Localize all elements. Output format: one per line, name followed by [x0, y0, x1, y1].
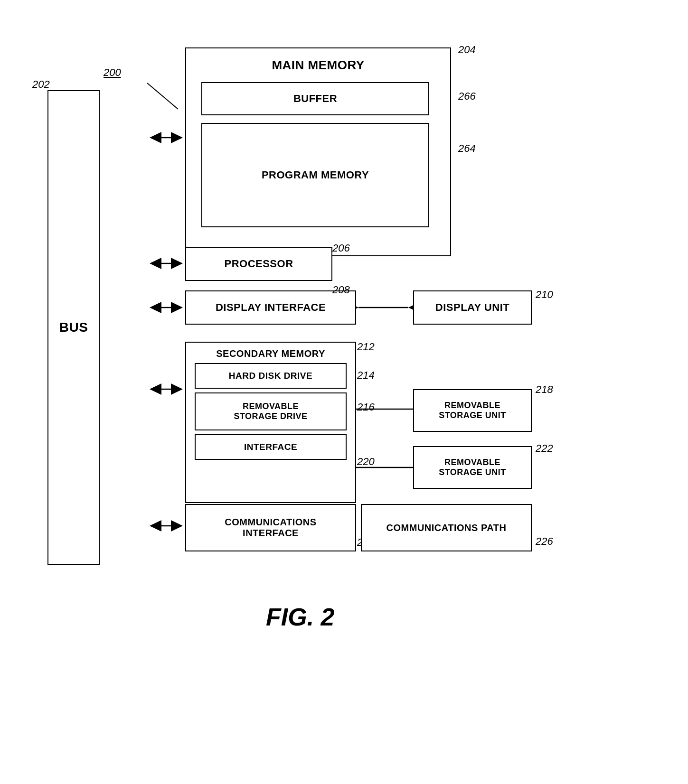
ref-204: 204	[458, 44, 476, 56]
ref-226: 226	[536, 535, 553, 548]
svg-marker-26	[171, 520, 183, 532]
interface-box: INTERFACE	[195, 434, 347, 460]
hard-disk-drive-box: HARD DISK DRIVE	[195, 363, 347, 389]
ref-212: 212	[357, 341, 375, 353]
bus-box: BUS	[47, 90, 100, 565]
svg-marker-16	[150, 383, 161, 395]
ref-206: 206	[332, 242, 350, 254]
ref-210: 210	[536, 289, 553, 301]
ref-264: 264	[458, 142, 476, 155]
program-memory-box: PROGRAM MEMORY	[201, 123, 429, 227]
ref-220: 220	[357, 456, 375, 468]
figure-label: FIG. 2	[266, 603, 334, 631]
ref-202: 202	[32, 78, 50, 91]
ref-216: 216	[357, 401, 375, 413]
buffer-box: BUFFER	[201, 82, 429, 115]
removable-storage-unit-1-box: REMOVABLE STORAGE UNIT	[413, 389, 532, 432]
secondary-memory-label: SECONDARY MEMORY	[190, 348, 351, 359]
processor-box: PROCESSOR	[185, 247, 332, 281]
svg-marker-11	[171, 302, 183, 313]
svg-line-28	[147, 83, 178, 109]
removable-storage-drive-box: REMOVABLE STORAGE DRIVE	[195, 392, 347, 430]
removable-storage-unit-2-box: REMOVABLE STORAGE UNIT	[413, 446, 532, 489]
display-unit-box: DISPLAY UNIT	[413, 290, 532, 325]
svg-marker-8	[171, 258, 183, 269]
main-memory-box: MAIN MEMORY BUFFER PROGRAM MEMORY	[185, 47, 451, 256]
svg-marker-7	[150, 258, 161, 269]
ref-222: 222	[536, 442, 553, 455]
ref-266: 266	[458, 90, 476, 103]
svg-marker-25	[150, 520, 161, 532]
secondary-memory-box: SECONDARY MEMORY HARD DISK DRIVE REMOVAB…	[185, 342, 356, 503]
communications-interface-box: COMMUNICATIONS INTERFACE	[185, 504, 356, 551]
communications-path-box: COMMUNICATIONS PATH	[361, 504, 532, 551]
ref-200: 200	[104, 66, 121, 79]
svg-marker-10	[150, 302, 161, 313]
ref-218: 218	[536, 383, 553, 396]
svg-marker-17	[171, 383, 183, 395]
svg-marker-4	[150, 132, 161, 143]
main-memory-label: MAIN MEMORY	[192, 58, 444, 73]
svg-marker-5	[171, 132, 183, 143]
ref-214: 214	[357, 369, 375, 382]
display-interface-box: DISPLAY INTERFACE	[185, 290, 356, 325]
ref-208: 208	[332, 284, 350, 296]
diagram: BUS 202 200 MAIN MEMORY BUFFER PROGRAM M…	[0, 0, 688, 784]
